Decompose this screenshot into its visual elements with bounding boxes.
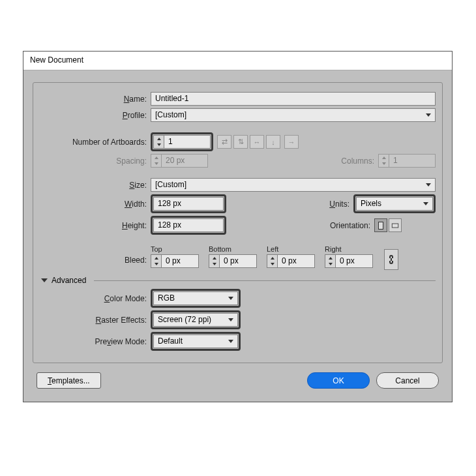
spacing-label: Spacing: <box>40 156 151 166</box>
units-dropdown[interactable]: Pixels <box>356 197 433 211</box>
artboard-arrange-group: ⇄ ⇅ ↔ ↓ <box>216 135 280 149</box>
chevron-down-icon <box>228 297 233 300</box>
bleed-right-label: Right <box>325 245 380 253</box>
artboards-label: Number of Artboards: <box>40 138 151 147</box>
preview-dropdown[interactable]: Default <box>153 335 238 348</box>
new-document-dialog: New Document Name: Untitled-1 Profile: [… <box>23 51 453 402</box>
profile-label: Profile: <box>40 111 151 120</box>
columns-stepper: 1 <box>378 154 436 168</box>
size-value: [Custom] <box>155 179 186 191</box>
bleed-top-label: Top <box>151 245 206 253</box>
artboards-stepper[interactable]: 1 <box>153 135 211 149</box>
dialog-buttons: Templates... OK Cancel <box>33 363 443 393</box>
orientation-landscape-button[interactable] <box>389 218 402 232</box>
bleed-label: Bleed: <box>40 245 151 265</box>
profile-value: [Custom] <box>155 109 186 121</box>
ok-button[interactable]: OK <box>307 372 370 389</box>
preview-label: Preview Mode: <box>40 337 151 346</box>
colormode-dropdown[interactable]: RGB <box>153 291 238 305</box>
height-input[interactable]: 128 px <box>153 218 224 232</box>
bleed-bottom-input[interactable]: 0 px <box>219 254 257 268</box>
arrange-grid-row-icon[interactable]: ⇄ <box>217 135 231 149</box>
bleed-right-stepper[interactable]: 0 px <box>325 254 380 268</box>
units-label: Units: <box>329 200 353 209</box>
raster-dropdown[interactable]: Screen (72 ppi) <box>153 313 238 327</box>
chevron-down-icon <box>426 113 431 117</box>
dialog-body: Name: Untitled-1 Profile: [Custom] Numbe… <box>23 70 452 402</box>
svg-rect-1 <box>379 222 383 229</box>
cancel-button[interactable]: Cancel <box>376 372 439 389</box>
advanced-toggle[interactable]: Advanced <box>41 276 436 285</box>
templates-button[interactable]: Templates... <box>37 372 101 389</box>
bleed-bottom-label: Bottom <box>209 245 264 253</box>
bleed-right-input[interactable]: 0 px <box>335 254 373 268</box>
bleed-link-button[interactable] <box>384 249 398 270</box>
arrange-row-icon[interactable]: ↔ <box>250 135 264 149</box>
orientation-portrait-button[interactable] <box>374 218 387 232</box>
bleed-left-label: Left <box>267 245 322 253</box>
profile-dropdown[interactable]: [Custom] <box>151 108 436 122</box>
arrange-rtl-icon[interactable]: → <box>284 135 299 149</box>
chevron-down-icon <box>228 318 233 321</box>
name-input[interactable]: Untitled-1 <box>151 92 436 106</box>
raster-value: Screen (72 ppi) <box>158 314 211 326</box>
artboards-input[interactable]: 1 <box>164 135 211 149</box>
bleed-bottom-stepper[interactable]: 0 px <box>209 254 264 268</box>
chevron-down-icon <box>228 340 233 343</box>
raster-label: Raster Effects: <box>40 316 151 325</box>
columns-input: 1 <box>389 154 436 168</box>
arrange-grid-col-icon[interactable]: ⇅ <box>233 135 248 149</box>
svg-rect-3 <box>393 224 398 227</box>
columns-label: Columns: <box>341 156 378 166</box>
settings-fieldset: Name: Untitled-1 Profile: [Custom] Numbe… <box>33 82 443 363</box>
chevron-down-icon <box>426 183 431 186</box>
chevron-down-icon <box>423 202 428 205</box>
units-value: Pixels <box>361 198 381 210</box>
bleed-top-input[interactable]: 0 px <box>161 254 199 268</box>
preview-value: Default <box>158 335 183 348</box>
spacing-input: 20 px <box>161 154 208 168</box>
size-label: Size: <box>40 181 151 190</box>
bleed-left-input[interactable]: 0 px <box>277 254 315 268</box>
bleed-top-stepper[interactable]: 0 px <box>151 254 206 268</box>
chevron-down-icon <box>41 278 48 282</box>
colormode-value: RGB <box>158 292 175 305</box>
width-label: Width: <box>40 200 151 209</box>
arrange-col-icon[interactable]: ↓ <box>266 135 280 149</box>
name-label: Name: <box>40 95 151 104</box>
height-label: Height: <box>40 221 151 230</box>
orientation-label: Orientation: <box>330 221 374 230</box>
bleed-left-stepper[interactable]: 0 px <box>267 254 322 268</box>
spacing-stepper: 20 px <box>151 154 208 168</box>
advanced-label: Advanced <box>52 276 86 285</box>
dialog-title: New Document <box>23 52 452 70</box>
width-input[interactable]: 128 px <box>153 197 224 211</box>
size-dropdown[interactable]: [Custom] <box>151 178 436 192</box>
colormode-label: Color Mode: <box>40 294 151 303</box>
